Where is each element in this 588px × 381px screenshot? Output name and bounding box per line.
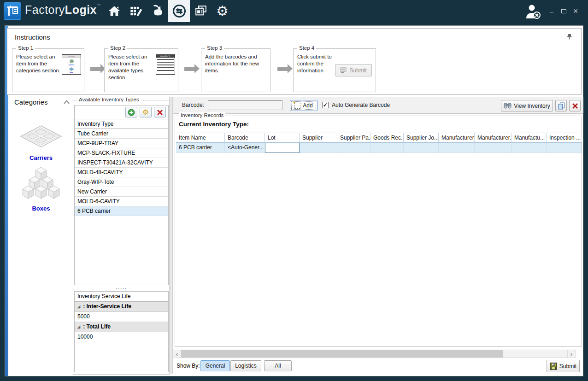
type-row-selected[interactable]: 6 PCB carrier bbox=[75, 206, 168, 216]
inventory-records-legend: Inventory Records bbox=[179, 112, 225, 118]
boxes-stack-icon bbox=[19, 166, 63, 204]
column-header[interactable]: Supplier Pa... bbox=[337, 133, 370, 143]
nav-warehouse-icon[interactable] bbox=[147, 0, 168, 22]
maximize-icon bbox=[561, 9, 566, 13]
column-header[interactable]: Barcode bbox=[225, 133, 265, 143]
nav-exchange-icon[interactable] bbox=[168, 0, 190, 22]
category-item-carriers[interactable]: Carriers bbox=[9, 124, 73, 161]
category-label: Carriers bbox=[9, 154, 73, 161]
available-types-panel: Available Inventory Types ⚙ Inventory Ty… bbox=[73, 100, 170, 375]
column-header[interactable]: Supplier bbox=[300, 133, 337, 143]
type-row[interactable]: MCP-9UP-TRAY bbox=[75, 139, 168, 148]
service-life-group[interactable]: ◢: Inter-Service Life bbox=[75, 302, 168, 312]
step-3-label: Step 3 bbox=[205, 45, 224, 51]
column-header[interactable]: Goods Rec... bbox=[370, 133, 404, 143]
auto-generate-checkbox[interactable]: ✓ bbox=[322, 102, 329, 108]
scroll-right-button[interactable]: › bbox=[567, 350, 575, 358]
add-type-button[interactable] bbox=[125, 107, 137, 117]
type-row[interactable]: Tube Carrier bbox=[75, 129, 168, 139]
types-toolbar: ⚙ bbox=[75, 106, 168, 119]
column-header[interactable]: Lot bbox=[265, 133, 300, 143]
record-cell[interactable] bbox=[300, 143, 337, 153]
service-life-value[interactable]: 10000 bbox=[75, 332, 168, 342]
record-cell[interactable] bbox=[547, 143, 582, 153]
category-item-boxes[interactable]: Boxes bbox=[9, 166, 73, 212]
nav-production-icon[interactable] bbox=[125, 0, 147, 22]
type-row[interactable]: MCP-SLACK-FIXTURE bbox=[75, 148, 168, 158]
column-header[interactable]: Supplier Jo... bbox=[404, 133, 439, 143]
nav-reports-icon[interactable] bbox=[190, 0, 212, 22]
type-row[interactable]: MOLD-6-CAVITY bbox=[75, 197, 168, 206]
collapse-chevron-icon[interactable] bbox=[64, 100, 70, 104]
binoculars-icon bbox=[504, 102, 512, 110]
type-row[interactable]: INSPECT-T30421A-32CAVITY bbox=[75, 158, 168, 168]
record-cell-barcode[interactable]: <Auto-Gener... bbox=[225, 143, 265, 153]
horizontal-scrollbar[interactable]: ‹ › bbox=[173, 350, 576, 358]
group-triangle-icon: ◢ bbox=[77, 325, 80, 329]
close-button[interactable]: × bbox=[570, 4, 582, 18]
carriers-tray-icon bbox=[19, 124, 63, 153]
minimize-button[interactable]: – bbox=[546, 4, 558, 18]
view-inventory-button[interactable]: View Inventory bbox=[501, 100, 553, 111]
type-row[interactable]: New Carrier bbox=[75, 187, 168, 197]
close-icon: × bbox=[573, 6, 578, 16]
step-1-text: Please select an item from the categorie… bbox=[16, 53, 60, 74]
nav-settings-icon[interactable]: ⚙ bbox=[212, 0, 233, 22]
record-cell[interactable] bbox=[404, 143, 439, 153]
record-cell[interactable] bbox=[439, 143, 475, 153]
step-4-box: Step 4 Click submit to confirm the infor… bbox=[293, 48, 376, 92]
pin-icon[interactable] bbox=[567, 34, 572, 40]
scroll-left-button[interactable]: ‹ bbox=[173, 350, 181, 358]
step-2-thumbnail: Available Ty bbox=[156, 54, 175, 75]
horizontal-splitter[interactable]: ..... bbox=[74, 286, 169, 291]
maximize-button[interactable] bbox=[558, 4, 570, 18]
show-by-general-button[interactable]: General bbox=[200, 360, 230, 371]
submit-form-icon bbox=[340, 67, 347, 73]
type-row[interactable]: Gray-WIP-Tote bbox=[75, 177, 168, 187]
submit-button[interactable]: Submit bbox=[547, 360, 580, 372]
customize-gear-icon: ⚙ bbox=[142, 109, 149, 116]
scrollbar-thumb[interactable] bbox=[181, 350, 503, 358]
barcode-input[interactable] bbox=[208, 100, 282, 110]
user-logout-icon[interactable] bbox=[524, 4, 543, 19]
record-cell[interactable] bbox=[512, 143, 547, 153]
record-cell[interactable] bbox=[337, 143, 370, 153]
column-header[interactable]: Manufacturer... bbox=[475, 133, 512, 143]
service-life-header[interactable]: Inventory Service Life bbox=[75, 292, 168, 302]
record-cell[interactable] bbox=[475, 143, 512, 153]
step-submit-button[interactable]: Submit bbox=[335, 64, 372, 76]
delete-type-button[interactable] bbox=[154, 107, 166, 117]
column-header[interactable]: Manufactu... bbox=[512, 133, 547, 143]
current-inventory-type-heading: Current Inventory Type: bbox=[179, 121, 249, 128]
customize-type-button[interactable]: ⚙ bbox=[140, 107, 152, 117]
record-cell[interactable] bbox=[370, 143, 404, 153]
trademark: ™ bbox=[97, 3, 101, 7]
column-header[interactable]: Item Name bbox=[176, 133, 225, 143]
instructions-title: Instructions bbox=[15, 33, 50, 41]
scroll-left-icon: ‹ bbox=[176, 351, 178, 358]
record-cell-lot-focused[interactable] bbox=[265, 143, 300, 153]
service-life-group[interactable]: ◢: Total Life bbox=[75, 322, 168, 332]
delete-record-button[interactable] bbox=[569, 100, 581, 111]
nav-home-icon[interactable] bbox=[103, 0, 125, 22]
add-record-button[interactable]: * Add bbox=[290, 100, 318, 111]
record-cell-item-name[interactable]: 6 PCB carrier bbox=[176, 143, 225, 153]
type-row[interactable]: MOLD-48-CAVITY bbox=[75, 168, 168, 177]
app-window: FactoryLogix™ bbox=[0, 0, 588, 381]
service-life-value[interactable]: 5000 bbox=[75, 312, 168, 322]
show-by-all-button[interactable]: All bbox=[264, 360, 292, 371]
content-area: Instructions Step 1 Please select an ite… bbox=[5, 25, 583, 376]
group-triangle-icon: ◢ bbox=[77, 305, 80, 309]
delete-x-icon bbox=[157, 109, 163, 116]
column-header[interactable]: Inspection ... bbox=[547, 133, 582, 143]
vertical-splitter[interactable] bbox=[169, 97, 173, 374]
categories-title: Categories bbox=[14, 98, 48, 106]
save-floppy-icon bbox=[550, 363, 557, 370]
column-header[interactable]: Manufacturer bbox=[439, 133, 475, 143]
record-row[interactable]: 6 PCB carrier <Auto-Gener... bbox=[176, 143, 582, 153]
scroll-right-icon: › bbox=[570, 351, 572, 358]
types-column-header[interactable]: Inventory Type bbox=[75, 119, 168, 129]
copy-record-button[interactable] bbox=[555, 100, 567, 111]
star-icon: * bbox=[293, 100, 295, 107]
show-by-logistics-button[interactable]: Logistics bbox=[230, 360, 261, 371]
